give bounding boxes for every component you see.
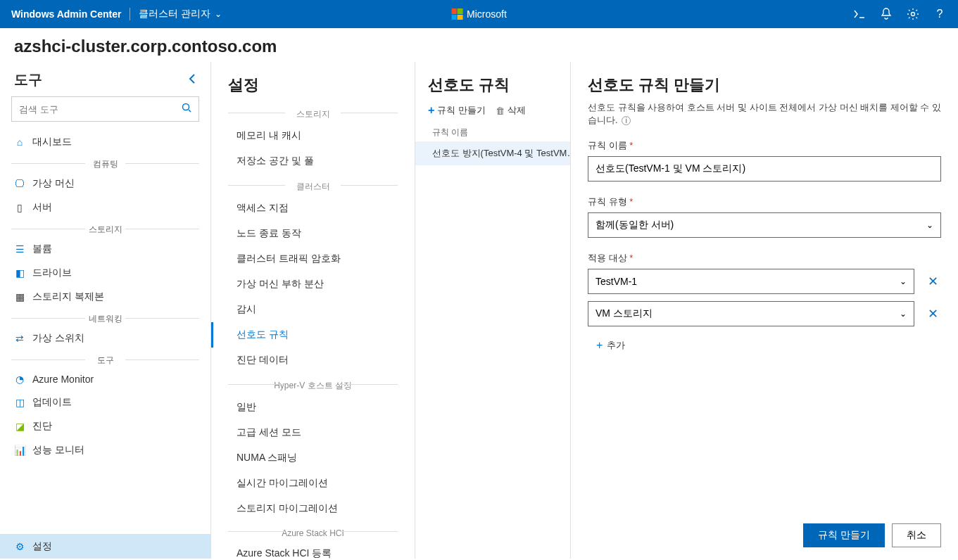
select-value: TestVM-1: [595, 276, 637, 287]
delete-rule-button[interactable]: 🗑삭제: [496, 104, 526, 117]
panel-title: 선호도 규칙 만들기: [588, 75, 941, 96]
nav-settings[interactable]: ⚙설정: [0, 535, 210, 559]
create-rule-submit-button[interactable]: 규칙 만들기: [803, 523, 885, 547]
rules-title: 선호도 규칙: [415, 75, 570, 104]
rule-row[interactable]: 선호도 방지(TestVM-4 및 TestVM…: [415, 141, 570, 165]
settings-item[interactable]: 노드 종료 동작: [211, 221, 415, 246]
settings-item[interactable]: 저장소 공간 및 풀: [211, 148, 415, 174]
nav-label: 성능 모니터: [32, 444, 84, 457]
cluster-header: azshci-cluster.corp.contoso.com: [0, 28, 958, 62]
target-select-1[interactable]: TestVM-1 ⌄: [588, 269, 914, 294]
group-storage: 스토리지: [0, 219, 210, 237]
nav-perfmon[interactable]: 📊성능 모니터: [0, 438, 210, 462]
rule-name-input[interactable]: [588, 156, 941, 182]
nav-label: 대시보드: [32, 136, 72, 148]
select-value: VM 스토리지: [595, 307, 653, 320]
monitor-icon: 🖵: [14, 178, 25, 189]
settings-item[interactable]: 액세스 지점: [211, 196, 415, 221]
rules-list: 선호도 규칙 +규칙 만들기 🗑삭제 규칙 이름 선호도 방지(TestVM-4…: [415, 62, 570, 559]
search-input-field[interactable]: [19, 104, 182, 115]
chevron-down-icon: ⌄: [215, 9, 222, 19]
settings-group-cluster: 클러스터: [211, 174, 415, 196]
desc-text: 선호도 규칙을 사용하여 호스트 서버 및 사이트 전체에서 가상 머신 배치를…: [588, 102, 941, 125]
nav-label: 업데이트: [32, 396, 72, 409]
nav-volumes[interactable]: ☰볼륨: [0, 237, 210, 261]
settings-item[interactable]: 메모리 내 캐시: [211, 123, 415, 148]
group-compute: 컴퓨팅: [0, 154, 210, 172]
settings-item[interactable]: 감시: [211, 297, 415, 322]
context-label: 클러스터 관리자: [139, 8, 210, 20]
server-icon: ▯: [14, 202, 25, 213]
replica-icon: ▦: [14, 291, 25, 303]
create-rule-button[interactable]: +규칙 만들기: [428, 104, 486, 117]
settings-group-hyperv: Hyper-V 호스트 설정: [211, 373, 415, 395]
remove-target-button[interactable]: ✕: [924, 306, 941, 322]
cloudshell-icon[interactable]: [852, 7, 866, 21]
settings-nav: 설정 스토리지 메모리 내 캐시 저장소 공간 및 풀 클러스터 액세스 지점 …: [211, 62, 415, 559]
nav-diagnostics[interactable]: ◪진단: [0, 414, 210, 438]
settings-item[interactable]: 가상 머신 부하 분산: [211, 272, 415, 297]
nav-dashboard[interactable]: ⌂대시보드: [0, 130, 210, 154]
nav-storage-replica[interactable]: ▦스토리지 복제본: [0, 285, 210, 309]
app-title: Windows Admin Center: [11, 8, 121, 20]
gear-icon: ⚙: [14, 541, 25, 552]
collapse-sidebar-button[interactable]: [188, 74, 196, 87]
nav-updates[interactable]: ◫업데이트: [0, 390, 210, 414]
add-target-button[interactable]: + 추가: [596, 339, 941, 352]
create-rule-panel: 선호도 규칙 만들기 선호도 규칙을 사용하여 호스트 서버 및 사이트 전체에…: [570, 62, 958, 559]
settings-item[interactable]: 고급 세션 모드: [211, 420, 415, 445]
nav-label: 설정: [32, 540, 52, 553]
settings-item[interactable]: 일반: [211, 395, 415, 420]
nav-azure-monitor[interactable]: ◔Azure Monitor: [0, 368, 210, 390]
nav-label: 드라이브: [32, 267, 72, 279]
nav-vm[interactable]: 🖵가상 머신: [0, 172, 210, 196]
chevron-down-icon: ⌄: [900, 309, 907, 319]
svg-point-1: [183, 104, 189, 110]
search-tools-input[interactable]: [11, 96, 199, 122]
diag-icon: ◪: [14, 421, 25, 432]
sidebar-title: 도구: [14, 70, 42, 89]
help-icon[interactable]: ?: [933, 7, 947, 21]
azure-icon: ◔: [14, 374, 25, 385]
settings-item-affinity[interactable]: 선호도 규칙: [211, 322, 415, 348]
settings-item[interactable]: 실시간 마이그레이션: [211, 471, 415, 496]
nav-servers[interactable]: ▯서버: [0, 196, 210, 219]
remove-target-button[interactable]: ✕: [924, 274, 941, 289]
nav-drives[interactable]: ◧드라이브: [0, 261, 210, 285]
nav-label: 가상 스위치: [32, 332, 84, 345]
context-switcher[interactable]: 클러스터 관리자 ⌄: [139, 8, 222, 20]
type-label: 규칙 유형 *: [588, 196, 941, 208]
settings-group-ashci: Azure Stack HCI: [211, 521, 415, 541]
rule-type-select[interactable]: 함께(동일한 서버) ⌄: [588, 212, 941, 238]
nav-vswitch[interactable]: ⇄가상 스위치: [0, 326, 210, 350]
info-icon[interactable]: i: [622, 116, 631, 125]
disk-icon: ☰: [14, 243, 25, 255]
nav-label: 진단: [32, 420, 52, 433]
nav-label: 가상 머신: [32, 177, 75, 190]
btn-label: 삭제: [508, 104, 526, 117]
topbar: Windows Admin Center 클러스터 관리자 ⌄ Microsof…: [0, 0, 958, 28]
rules-col-header: 규칙 이름: [415, 124, 570, 141]
settings-item[interactable]: Azure Stack HCI 등록: [211, 541, 415, 559]
settings-gear-icon[interactable]: [906, 7, 920, 21]
settings-item[interactable]: 진단 데이터: [211, 348, 415, 373]
divider: [130, 8, 130, 20]
plus-icon: +: [596, 339, 603, 352]
settings-item[interactable]: 클러스터 트래픽 암호화: [211, 246, 415, 272]
update-icon: ◫: [14, 397, 25, 408]
chart-icon: 📊: [14, 445, 25, 456]
panel-desc: 선호도 규칙을 사용하여 호스트 서버 및 사이트 전체에서 가상 머신 배치를…: [588, 101, 941, 127]
chevron-down-icon: ⌄: [926, 220, 933, 230]
chevron-down-icon: ⌄: [900, 276, 907, 286]
trash-icon: 🗑: [496, 106, 505, 116]
brand: Microsoft: [451, 8, 507, 20]
cancel-button[interactable]: 취소: [892, 523, 941, 547]
tools-sidebar: 도구 ⌂대시보드 컴퓨팅 🖵가상 머신 ▯서버 스토리지 ☰볼륨 ◧드라이브 ▦…: [0, 62, 211, 559]
settings-item[interactable]: NUMA 스패닝: [211, 445, 415, 471]
nav-label: Azure Monitor: [32, 374, 94, 385]
settings-item[interactable]: 스토리지 마이그레이션: [211, 496, 415, 521]
brand-label: Microsoft: [467, 8, 507, 20]
nav-label: 서버: [32, 201, 52, 214]
target-select-2[interactable]: VM 스토리지 ⌄: [588, 301, 914, 326]
notifications-icon[interactable]: [879, 7, 893, 21]
